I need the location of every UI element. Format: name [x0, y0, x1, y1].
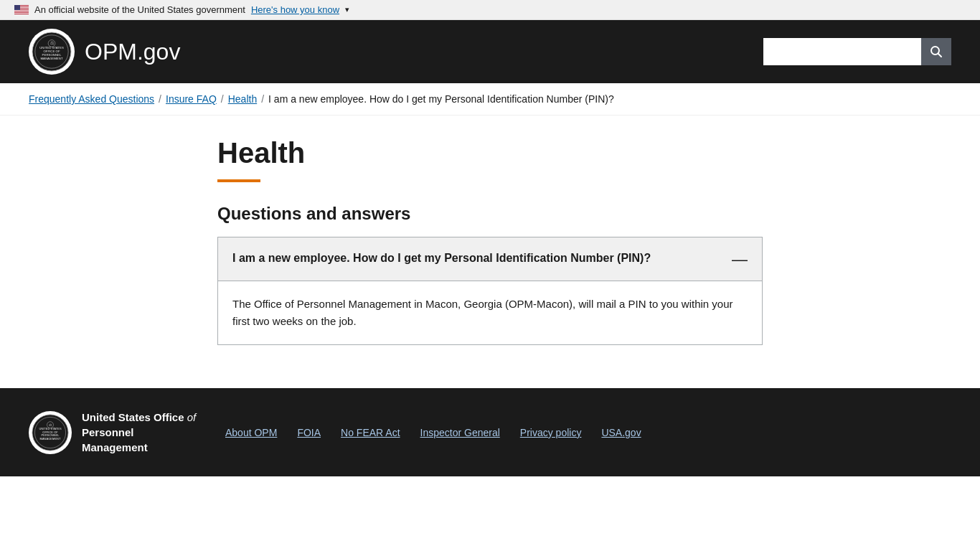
breadcrumb-insure-link[interactable]: Insure FAQ [166, 93, 217, 105]
search-area [763, 38, 951, 65]
breadcrumb: Frequently Asked Questions / Insure FAQ … [0, 83, 980, 116]
svg-line-17 [938, 54, 942, 57]
footer-logo-area: UNITED STATES OFFICE OF PERSONNEL MANAGE… [29, 410, 197, 455]
svg-rect-4 [14, 10, 29, 11]
accordion-answer-text: The Office of Personnel Management in Ma… [232, 296, 748, 330]
accordion-header[interactable]: I am a new employee. How do I get my Per… [218, 237, 762, 281]
breadcrumb-health-link[interactable]: Health [228, 93, 257, 105]
accordion-body: The Office of Personnel Management in Ma… [218, 281, 762, 344]
breadcrumb-current: I am a new employee. How do I get my Per… [268, 93, 614, 105]
main-content: Health Questions and answers I am a new … [189, 116, 791, 388]
footer-nav: About OPM FOIA No FEAR Act Inspector Gen… [225, 427, 641, 438]
site-title: OPM.gov [85, 39, 180, 65]
svg-rect-5 [14, 11, 29, 12]
svg-rect-6 [14, 13, 29, 14]
footer-link-no-fear-act[interactable]: No FEAR Act [341, 427, 400, 438]
page-title: Health [217, 137, 763, 169]
breadcrumb-sep-2: / [221, 93, 224, 105]
footer-link-privacy-policy[interactable]: Privacy policy [520, 427, 582, 438]
opm-seal-icon: UNITED STATES OFFICE OF PERSONNEL MANAGE… [29, 29, 75, 75]
footer-org-name: United States Office of Personnel Manage… [82, 410, 197, 455]
search-button[interactable] [921, 38, 951, 65]
svg-rect-7 [14, 5, 20, 10]
search-input[interactable] [763, 38, 921, 65]
accordion-collapse-icon: — [732, 252, 748, 268]
breadcrumb-sep-3: / [261, 93, 264, 105]
gov-banner-link[interactable]: Here's how you know [251, 4, 339, 15]
search-icon [930, 45, 943, 58]
orange-divider [217, 179, 260, 182]
svg-text:MANAGEMENT: MANAGEMENT [40, 57, 62, 60]
section-title: Questions and answers [217, 204, 763, 224]
svg-text:MANAGEMENT: MANAGEMENT [40, 436, 61, 440]
accordion-question: I am a new employee. How do I get my Per… [232, 250, 651, 266]
chevron-down-icon: ▾ [345, 5, 349, 14]
footer-link-about-opm[interactable]: About OPM [225, 427, 277, 438]
footer-seal-icon: UNITED STATES OFFICE OF PERSONNEL MANAGE… [29, 411, 72, 454]
gov-banner: An official website of the United States… [0, 0, 980, 20]
breadcrumb-sep-1: / [159, 93, 161, 105]
gov-banner-text: An official website of the United States… [34, 4, 245, 15]
site-header: UNITED STATES OFFICE OF PERSONNEL MANAGE… [0, 20, 980, 83]
footer-link-inspector-general[interactable]: Inspector General [420, 427, 500, 438]
footer-link-usagov[interactable]: USA.gov [601, 427, 641, 438]
accordion: I am a new employee. How do I get my Per… [217, 237, 763, 345]
site-footer: UNITED STATES OFFICE OF PERSONNEL MANAGE… [0, 388, 980, 476]
breadcrumb-faq-link[interactable]: Frequently Asked Questions [29, 93, 154, 105]
us-flag-icon [14, 5, 29, 14]
site-logo-link[interactable]: UNITED STATES OFFICE OF PERSONNEL MANAGE… [29, 29, 180, 75]
footer-link-foia[interactable]: FOIA [297, 427, 321, 438]
